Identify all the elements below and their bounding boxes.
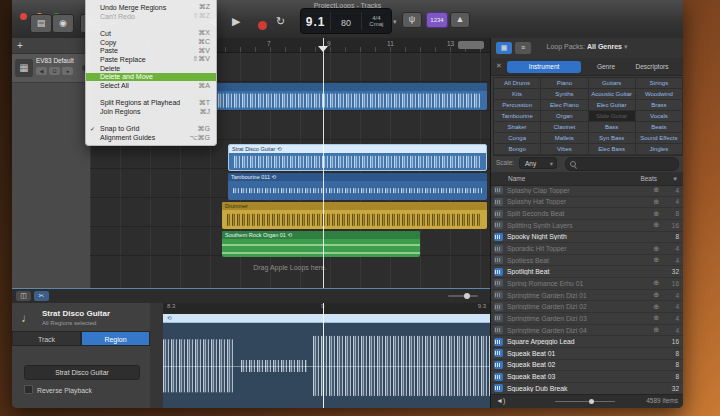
library-button[interactable]: ▤: [30, 14, 52, 33]
region-southern-rock-organ[interactable]: Southern Rock Organ 01 ⟲: [222, 231, 420, 257]
reverse-playback-checkbox[interactable]: Reverse Playback: [24, 385, 92, 394]
slider-knob[interactable]: [464, 293, 470, 299]
menu-item[interactable]: Paste ⌘V: [86, 46, 216, 55]
download-icon[interactable]: ⊕: [653, 210, 659, 218]
editor-playhead[interactable]: [323, 303, 324, 408]
loop-row[interactable]: Spooky Night Synth 8: [491, 232, 683, 244]
menu-item[interactable]: Split Regions at Playhead ⌘T: [86, 99, 216, 108]
instrument-filter-button[interactable]: Elec Piano: [541, 100, 588, 111]
menu-item[interactable]: Select All ⌘A: [86, 81, 216, 90]
instrument-filter-button[interactable]: Tambourine: [494, 111, 541, 122]
waveform-view-button[interactable]: ✂: [34, 291, 49, 301]
playhead-handle[interactable]: [318, 46, 328, 57]
region-strat-disco-guitar[interactable]: Strat Disco Guitar ⟲: [228, 144, 487, 171]
play-button[interactable]: ▶: [232, 14, 240, 28]
editor-waveform[interactable]: [163, 323, 490, 408]
download-icon[interactable]: ⊕: [653, 314, 659, 322]
loop-row[interactable]: Squeaky Dub Break 32: [491, 383, 683, 395]
instrument-filter-button[interactable]: Conga: [494, 133, 541, 144]
download-icon[interactable]: ⊕: [653, 303, 659, 311]
instrument-filter-button[interactable]: Piano: [541, 78, 588, 89]
region-bongo-room-beat[interactable]: [213, 83, 487, 110]
instrument-filter-button[interactable]: Synths: [541, 89, 588, 100]
menu-item[interactable]: [86, 20, 216, 29]
instrument-filter-button[interactable]: Strings: [636, 78, 683, 89]
menu-item[interactable]: Delete: [86, 64, 216, 73]
tab-descriptors[interactable]: Descriptors: [629, 61, 675, 73]
reset-filters-button[interactable]: ✕: [496, 62, 502, 70]
instrument-filter-button[interactable]: Slide Guitar: [589, 111, 636, 122]
loop-row[interactable]: Squeak Beat 01 8: [491, 348, 683, 360]
track-lock-button[interactable]: ●: [62, 67, 73, 75]
instrument-filter-button[interactable]: All Drums: [494, 78, 541, 89]
instrument-filter-button[interactable]: Sound Effects: [636, 133, 683, 144]
lcd-tempo[interactable]: 80: [331, 12, 361, 30]
menu-item[interactable]: [86, 90, 216, 99]
instrument-filter-button[interactable]: Beats: [636, 122, 683, 133]
checkbox-box[interactable]: [24, 385, 33, 394]
instrument-filter-button[interactable]: Syn Bass: [589, 133, 636, 144]
piano-roll-view-button[interactable]: ◫: [16, 291, 31, 301]
tab-genre[interactable]: Genre: [586, 61, 626, 73]
menu-item[interactable]: ✓ Snap to Grid ⌘G: [86, 125, 216, 134]
preview-volume-icon[interactable]: ◄): [496, 397, 505, 404]
loop-row[interactable]: Squeak Beat 03 8: [491, 371, 683, 383]
region-name-field[interactable]: Strat Disco Guitar: [24, 365, 140, 380]
loop-row[interactable]: Springtime Garden Dizi 02 ⊕ 4: [491, 301, 683, 313]
loop-row[interactable]: Springtime Garden Dizi 03 ⊕ 4: [491, 313, 683, 325]
loop-row[interactable]: Sporadic Hit Topper ⊕ 4: [491, 243, 683, 255]
mute-button[interactable]: ◀: [36, 67, 47, 75]
lcd-mode-chevron[interactable]: ▾: [393, 15, 397, 29]
menu-item[interactable]: Undo Merge Regions ⌘Z: [86, 3, 216, 12]
add-track-button[interactable]: +: [12, 38, 90, 54]
instrument-filter-button[interactable]: Vibes: [541, 144, 588, 155]
record-button[interactable]: [258, 16, 267, 34]
close-window-button[interactable]: [20, 13, 27, 20]
tab-region[interactable]: Region: [81, 331, 150, 346]
download-icon[interactable]: ⊕: [653, 326, 659, 334]
cycle-button[interactable]: ↻: [276, 14, 285, 28]
instrument-filter-button[interactable]: Bongo: [494, 144, 541, 155]
editor-zoom-slider[interactable]: [448, 295, 478, 297]
favorites-heart-icon[interactable]: ♥: [673, 172, 677, 185]
lcd-key-signature[interactable]: 4/4 Cmaj: [362, 15, 391, 27]
tuner-button[interactable]: ψ: [402, 12, 422, 28]
instrument-filter-button[interactable]: Organ: [541, 111, 588, 122]
smart-controls-button[interactable]: ◉: [52, 14, 74, 33]
download-icon[interactable]: ⊕: [653, 279, 659, 287]
instrument-filter-button[interactable]: Mallets: [541, 133, 588, 144]
loop-row[interactable]: Split Seconds Beat ⊕ 8: [491, 208, 683, 220]
download-icon[interactable]: ⊕: [653, 186, 659, 194]
instrument-filter-button[interactable]: Percussion: [494, 100, 541, 111]
menu-item[interactable]: Cut ⌘X: [86, 29, 216, 38]
loop-row[interactable]: Splitting Synth Layers ⊕ 16: [491, 220, 683, 232]
scale-dropdown[interactable]: Any▾: [519, 157, 557, 169]
menu-item[interactable]: [86, 116, 216, 125]
region-tambourine[interactable]: Tambourine 011 ⟲: [228, 173, 487, 200]
menu-item[interactable]: Join Regions ⌘J: [86, 107, 216, 116]
region-drummer[interactable]: Drummer: [222, 202, 487, 229]
loop-row[interactable]: Spotlight Beat 32: [491, 266, 683, 278]
column-beats[interactable]: Beats: [640, 172, 657, 185]
editor-region-strip[interactable]: ⟲: [163, 314, 490, 323]
loop-row[interactable]: Spring Romance Erhu 01 ⊕ 16: [491, 278, 683, 290]
metronome-button[interactable]: ▲: [450, 12, 470, 28]
download-icon[interactable]: ⊕: [653, 256, 659, 264]
solo-button[interactable]: Ω: [49, 67, 60, 75]
tab-track[interactable]: Track: [12, 331, 81, 346]
track-header[interactable]: ▦ EV83 Default ◀ Ω ●: [12, 54, 90, 83]
instrument-filter-button[interactable]: Clavinet: [541, 122, 588, 133]
menu-item[interactable]: Paste Replace ⇧⌘V: [86, 55, 216, 64]
column-name[interactable]: Name: [508, 172, 525, 185]
tab-instrument[interactable]: Instrument: [507, 61, 581, 73]
download-icon[interactable]: ⊕: [653, 245, 659, 253]
preview-volume-slider[interactable]: [555, 401, 615, 402]
instrument-filter-button[interactable]: Shaker: [494, 122, 541, 133]
zoom-scroller[interactable]: [458, 41, 484, 49]
menu-item[interactable]: Delete and Move: [86, 73, 216, 82]
download-icon[interactable]: ⊕: [653, 198, 659, 206]
playhead[interactable]: [323, 38, 324, 288]
instrument-filter-button[interactable]: Bass: [589, 122, 636, 133]
loop-row[interactable]: Spotless Beat ⊕ 4: [491, 255, 683, 267]
loop-row[interactable]: Springtime Garden Dizi 04 ⊕ 4: [491, 325, 683, 337]
